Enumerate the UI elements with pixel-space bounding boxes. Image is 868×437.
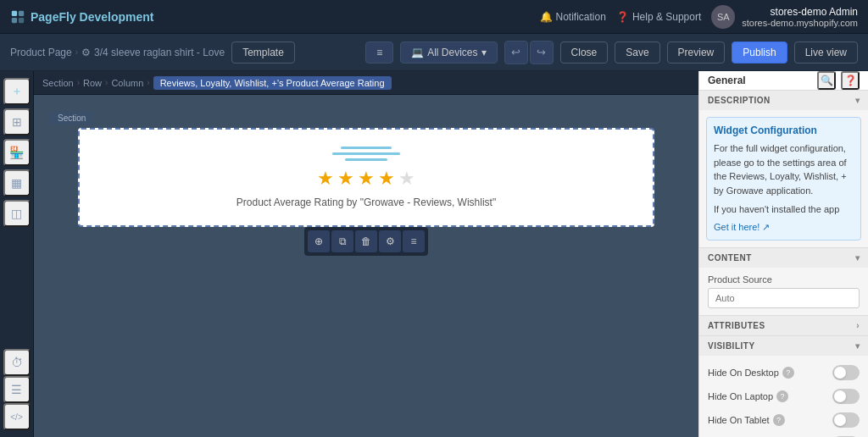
description-label: DESCRIPTION bbox=[708, 96, 771, 105]
el-active-crumb[interactable]: Reviews, Loyalty, Wishlist, +'s Product … bbox=[153, 76, 392, 90]
preview-button[interactable]: Preview bbox=[667, 41, 726, 64]
notification-label: Notification bbox=[556, 11, 606, 23]
devices-icon: 💻 bbox=[411, 47, 424, 58]
add-element-btn[interactable]: ＋ bbox=[3, 78, 31, 105]
publish-label: Publish bbox=[743, 47, 776, 58]
grid-icon: ▦ bbox=[11, 176, 22, 190]
avatar: SA bbox=[711, 5, 735, 29]
panel-search-btn[interactable]: 🔍 bbox=[817, 71, 836, 90]
live-view-button[interactable]: Live view bbox=[794, 41, 858, 64]
undo-btn[interactable]: ↩ bbox=[504, 41, 528, 64]
visibility-collapse-icon: ▾ bbox=[855, 341, 860, 351]
store-btn[interactable]: 🏪 bbox=[3, 139, 31, 166]
hide-desktop-toggle[interactable] bbox=[832, 365, 860, 380]
visibility-header[interactable]: VISIBILITY ▾ bbox=[699, 336, 868, 356]
get-it-link: Get it here! bbox=[714, 222, 760, 232]
visibility-section: VISIBILITY ▾ Hide On Desktop ? Hide On L… bbox=[699, 336, 868, 438]
help-btn[interactable]: ❓ Help & Support bbox=[616, 11, 701, 23]
visibility-row-tablet: Hide On Tablet ? bbox=[708, 408, 860, 432]
el-column[interactable]: Column bbox=[111, 78, 143, 88]
widget-caption: Product Average Rating by "Growave - Rev… bbox=[236, 196, 496, 208]
toggle-thumb-laptop bbox=[834, 390, 846, 402]
section-label: Section bbox=[51, 112, 92, 124]
attributes-header[interactable]: ATTRIBUTES › bbox=[699, 316, 868, 335]
left-sidebar: ＋ ⊞ 🏪 ▦ ◫ ⏱ ☰ </> bbox=[0, 71, 34, 437]
visibility-label: VISIBILITY bbox=[708, 341, 755, 351]
element-breadcrumb: Section › Row › Column › Reviews, Loyalt… bbox=[34, 71, 698, 95]
store-icon: 🏪 bbox=[9, 146, 24, 159]
breadcrumb-item[interactable]: 3/4 sleeve raglan shirt - Love bbox=[94, 47, 225, 58]
close-label: Close bbox=[571, 47, 598, 58]
el-section[interactable]: Section bbox=[42, 78, 74, 88]
attributes-label: ATTRIBUTES bbox=[708, 321, 765, 330]
svg-rect-1 bbox=[19, 10, 24, 15]
el-chevron3: › bbox=[147, 78, 149, 87]
panel-tab-general[interactable]: General bbox=[708, 75, 746, 86]
svg-rect-0 bbox=[12, 10, 17, 15]
list-btn[interactable]: ☰ bbox=[3, 376, 31, 403]
breadcrumb-page[interactable]: Product Page bbox=[10, 47, 72, 58]
laptop-help-icon[interactable]: ? bbox=[776, 390, 788, 402]
widget-copy-btn[interactable]: ⧉ bbox=[331, 230, 353, 252]
config-card-title: Widget Configuration bbox=[714, 124, 854, 136]
panel-help-btn[interactable]: ❓ bbox=[841, 71, 860, 90]
save-button[interactable]: Save bbox=[615, 41, 659, 64]
history-icon: ⏱ bbox=[11, 356, 23, 369]
desktop-help-icon[interactable]: ? bbox=[782, 367, 794, 379]
live-view-label: Live view bbox=[805, 47, 847, 58]
text-align-btn[interactable]: ≡ bbox=[365, 41, 393, 64]
devices-button[interactable]: 💻 All Devices ▾ bbox=[400, 41, 497, 64]
description-header[interactable]: DESCRIPTION ▾ bbox=[699, 91, 868, 110]
star-2: ★ bbox=[337, 168, 354, 190]
product-source-input[interactable] bbox=[708, 288, 860, 308]
code-btn[interactable]: </> bbox=[3, 403, 31, 430]
save-label: Save bbox=[626, 47, 648, 58]
widget-line-2 bbox=[332, 152, 400, 155]
panel-icons: 🔍 ❓ bbox=[817, 71, 860, 90]
star-4: ★ bbox=[378, 168, 395, 190]
redo-btn[interactable]: ↪ bbox=[530, 41, 554, 64]
widget-settings-btn[interactable]: ⚙ bbox=[379, 230, 401, 252]
widget-line-1 bbox=[341, 147, 392, 149]
el-chevron2: › bbox=[105, 78, 108, 87]
publish-button[interactable]: Publish bbox=[732, 41, 787, 64]
config-card-link[interactable]: Get it here! ↗ bbox=[714, 222, 854, 233]
page-canvas: Section ★ ★ ★ ★ ★ Product Average Rati bbox=[34, 95, 698, 437]
description-section: DESCRIPTION ▾ Widget Configuration For t… bbox=[699, 91, 868, 248]
el-row[interactable]: Row bbox=[83, 78, 102, 88]
widget-container[interactable]: ★ ★ ★ ★ ★ Product Average Rating by "Gro… bbox=[78, 128, 654, 227]
visibility-row-mobile: Hide On Mobile ? bbox=[708, 432, 860, 438]
notification-btn[interactable]: 🔔 Notification bbox=[540, 11, 606, 23]
product-source-label: Product Source bbox=[708, 274, 860, 285]
content-header[interactable]: CONTENT ▾ bbox=[699, 248, 868, 268]
hide-laptop-label: Hide On Laptop ? bbox=[708, 390, 788, 402]
hide-desktop-label: Hide On Desktop ? bbox=[708, 367, 794, 379]
bell-icon: 🔔 bbox=[540, 11, 553, 23]
hide-tablet-toggle[interactable] bbox=[832, 412, 860, 428]
attributes-section: ATTRIBUTES › bbox=[699, 316, 868, 336]
external-link-icon: ↗ bbox=[762, 222, 770, 233]
config-card-note: If you haven't installed the app bbox=[714, 202, 854, 217]
media-btn[interactable]: ◫ bbox=[3, 200, 31, 227]
history-btn[interactable]: ⏱ bbox=[3, 349, 31, 376]
product-source-section: Product Source bbox=[699, 268, 868, 315]
devices-label: All Devices bbox=[427, 47, 477, 58]
hide-laptop-toggle[interactable] bbox=[832, 389, 860, 404]
toggle-thumb-tablet bbox=[834, 414, 846, 426]
hide-tablet-label: Hide On Tablet ? bbox=[708, 414, 785, 426]
toggle-thumb-desktop bbox=[834, 367, 846, 379]
widget-move-btn[interactable]: ⊕ bbox=[308, 230, 330, 252]
template-label: Template bbox=[242, 47, 284, 58]
widget-lines bbox=[332, 147, 400, 161]
widget-more-btn[interactable]: ≡ bbox=[403, 230, 425, 252]
layers-btn[interactable]: ⊞ bbox=[3, 108, 31, 136]
close-button[interactable]: Close bbox=[560, 41, 609, 64]
tablet-help-icon[interactable]: ? bbox=[773, 414, 785, 426]
grid-btn[interactable]: ▦ bbox=[3, 169, 31, 196]
widget-delete-btn[interactable]: 🗑 bbox=[355, 230, 377, 252]
nav-left: PageFly Development bbox=[10, 9, 154, 25]
widget-toolbar: ⊕ ⧉ 🗑 ⚙ ≡ bbox=[304, 227, 428, 256]
template-button[interactable]: Template bbox=[231, 41, 295, 64]
star-3: ★ bbox=[358, 168, 375, 190]
user-info: SA stores-demo Admin stores-demo.myshopi… bbox=[711, 5, 858, 29]
